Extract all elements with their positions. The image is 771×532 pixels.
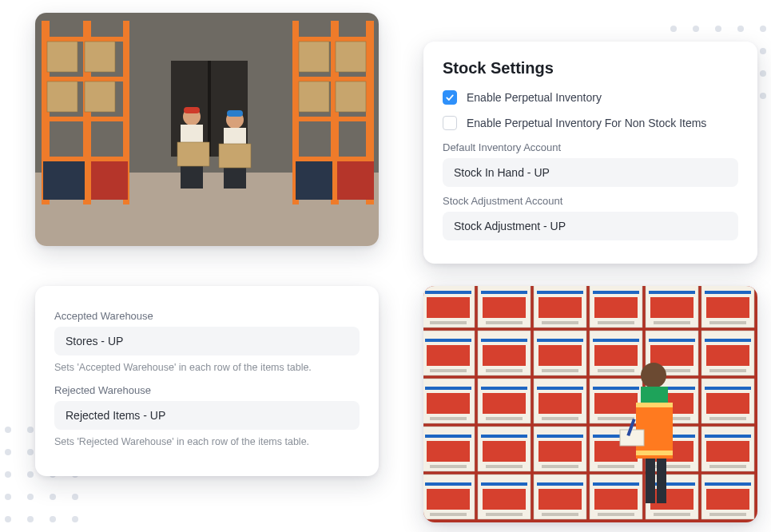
rejected-warehouse-select[interactable]: Rejected Items - UP: [54, 401, 360, 430]
svg-rect-123: [537, 435, 583, 438]
svg-rect-79: [593, 339, 639, 342]
svg-rect-60: [654, 321, 690, 324]
svg-rect-150: [594, 489, 638, 510]
svg-rect-76: [542, 369, 578, 372]
rejected-warehouse-hint: Sets 'Rejected Warehouse' in each row of…: [54, 436, 360, 447]
svg-rect-155: [649, 482, 695, 486]
svg-rect-114: [427, 441, 470, 462]
svg-rect-138: [427, 489, 470, 510]
svg-rect-152: [598, 513, 634, 516]
svg-rect-95: [481, 387, 527, 390]
enable-perpetual-inventory-row[interactable]: Enable Perpetual Inventory: [443, 90, 738, 105]
checkbox-checked-icon[interactable]: [443, 90, 457, 105]
svg-rect-34: [177, 142, 209, 166]
svg-rect-160: [709, 513, 746, 516]
svg-rect-143: [481, 482, 527, 486]
svg-rect-9: [47, 42, 77, 72]
svg-rect-80: [598, 369, 634, 372]
svg-rect-6: [42, 77, 129, 81]
svg-rect-140: [430, 513, 467, 516]
svg-rect-67: [425, 339, 471, 342]
svg-rect-88: [709, 369, 746, 372]
enable-perpetual-nonstock-row[interactable]: Enable Perpetual Inventory For Non Stock…: [443, 116, 738, 130]
svg-rect-27: [337, 161, 374, 200]
svg-rect-18: [292, 37, 372, 42]
svg-rect-91: [425, 387, 471, 390]
svg-rect-82: [650, 345, 694, 366]
svg-rect-124: [542, 465, 578, 468]
svg-rect-52: [542, 321, 578, 324]
stockroom-photo: [423, 286, 757, 522]
svg-rect-44: [430, 321, 467, 324]
svg-rect-99: [537, 387, 583, 390]
accepted-warehouse-value: Stores - UP: [66, 335, 123, 347]
stock-adjustment-account-select[interactable]: Stock Adjustment - UP: [443, 212, 738, 240]
default-inventory-account-label: Default Inventory Account: [443, 141, 738, 153]
svg-rect-19: [292, 77, 372, 81]
svg-rect-134: [706, 441, 749, 462]
svg-rect-43: [425, 291, 471, 294]
svg-rect-24: [299, 81, 329, 112]
svg-rect-13: [43, 161, 85, 200]
svg-rect-119: [481, 435, 527, 438]
accepted-warehouse-select[interactable]: Stores - UP: [54, 327, 360, 355]
svg-rect-142: [483, 489, 526, 510]
svg-rect-70: [483, 345, 526, 366]
svg-rect-21: [292, 157, 372, 161]
svg-rect-62: [706, 297, 749, 318]
enable-perpetual-inventory-label: Enable Perpetual Inventory: [467, 91, 602, 104]
accepted-warehouse-label: Accepted Warehouse: [54, 310, 360, 322]
svg-rect-54: [594, 297, 638, 318]
svg-rect-78: [594, 345, 638, 366]
svg-rect-36: [227, 110, 243, 117]
accepted-warehouse-hint: Sets 'Accepted Warehouse' in each row of…: [54, 362, 360, 373]
svg-rect-147: [537, 482, 583, 486]
svg-rect-136: [709, 465, 746, 468]
svg-rect-159: [705, 482, 751, 486]
rejected-warehouse-value: Rejected Items - UP: [66, 409, 165, 422]
svg-rect-66: [427, 345, 470, 366]
svg-rect-12: [85, 81, 115, 112]
svg-rect-158: [706, 489, 749, 510]
stock-settings-card: Stock Settings Enable Perpetual Inventor…: [423, 42, 757, 264]
svg-rect-115: [425, 435, 471, 438]
svg-rect-42: [427, 297, 470, 318]
svg-rect-151: [593, 482, 639, 486]
svg-rect-104: [598, 417, 634, 420]
svg-rect-146: [539, 489, 582, 510]
checkbox-unchecked-icon[interactable]: [443, 116, 457, 130]
svg-rect-102: [594, 393, 638, 414]
svg-rect-59: [649, 291, 695, 294]
svg-rect-86: [706, 345, 749, 366]
svg-rect-111: [705, 387, 751, 390]
svg-rect-120: [486, 465, 523, 468]
svg-rect-72: [486, 369, 523, 372]
svg-rect-23: [336, 42, 366, 72]
svg-rect-148: [542, 513, 578, 516]
svg-rect-165: [636, 451, 673, 455]
svg-rect-10: [85, 42, 115, 72]
svg-rect-26: [296, 161, 332, 200]
svg-rect-48: [486, 321, 523, 324]
default-inventory-account-select[interactable]: Stock In Hand - UP: [443, 158, 738, 187]
svg-rect-112: [709, 417, 746, 420]
svg-rect-168: [620, 430, 644, 446]
svg-rect-39: [219, 144, 251, 168]
svg-rect-166: [646, 459, 655, 503]
stock-adjustment-account-value: Stock Adjustment - UP: [454, 220, 566, 232]
svg-rect-164: [636, 403, 673, 407]
stock-adjustment-account-label: Stock Adjustment Account: [443, 195, 738, 207]
svg-rect-64: [709, 321, 746, 324]
svg-rect-103: [593, 387, 639, 390]
svg-rect-110: [706, 393, 749, 414]
svg-rect-31: [184, 107, 200, 113]
svg-rect-90: [427, 393, 470, 414]
svg-rect-47: [481, 291, 527, 294]
svg-point-161: [641, 363, 666, 388]
svg-rect-14: [91, 161, 128, 200]
svg-rect-144: [486, 513, 523, 516]
svg-rect-46: [483, 297, 526, 318]
svg-rect-167: [657, 459, 666, 503]
svg-rect-55: [593, 291, 639, 294]
rejected-warehouse-label: Rejected Warehouse: [54, 384, 360, 396]
